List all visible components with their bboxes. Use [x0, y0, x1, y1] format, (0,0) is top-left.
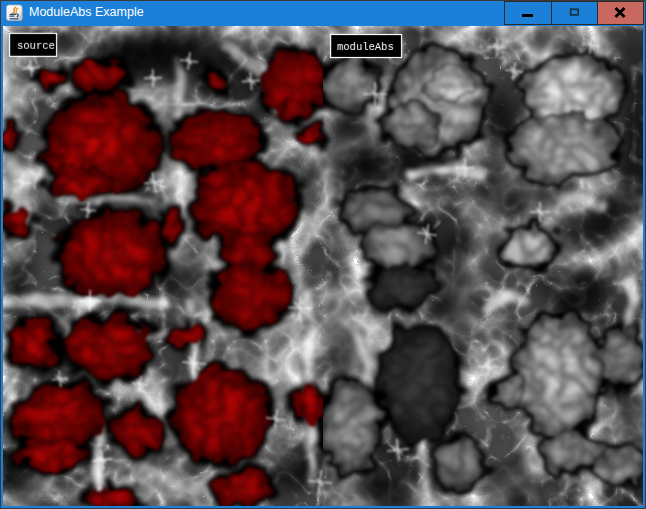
svg-text:source: source [17, 40, 55, 52]
svg-text:moduleAbs: moduleAbs [337, 41, 394, 53]
